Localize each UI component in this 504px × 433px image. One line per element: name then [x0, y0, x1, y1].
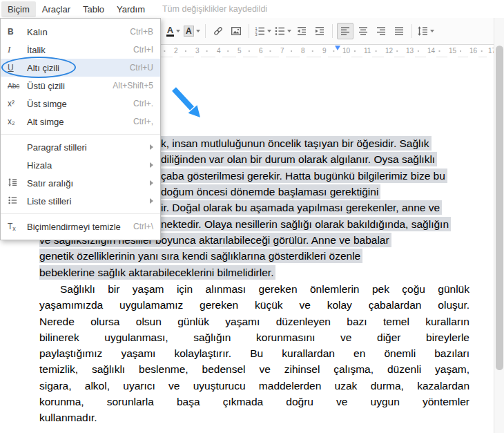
menu-item-kalin[interactable]: B Kalın Ctrl+B: [1, 23, 160, 41]
ruler-number: 15: [447, 45, 458, 57]
svg-text:3: 3: [255, 32, 257, 37]
justify-button[interactable]: [391, 23, 407, 39]
submenu-arrow-icon: [150, 162, 153, 168]
menu-item-liste-stilleri[interactable]: Liste stilleri: [1, 192, 160, 210]
justify-icon: [394, 26, 405, 37]
bulleted-list-icon: [274, 26, 285, 37]
ruler-number: 5: [236, 45, 243, 57]
ruler-number: 14: [426, 45, 436, 57]
toolbar-separator: [205, 24, 206, 38]
ruler-number: 16: [468, 45, 478, 57]
line-spacing-icon: [8, 177, 27, 189]
menu-item-label: Üstü çizili: [27, 81, 113, 91]
paragraph: Sağlıklı bir yaşam için alınması gereken…: [39, 281, 469, 426]
ruler-number: 7: [279, 45, 286, 57]
insert-link-button[interactable]: [210, 23, 226, 39]
doc-line: temizlik, sağlıklı beslenme, bedensel ve…: [39, 361, 469, 377]
save-status: Tüm değişiklikler kaydedildi: [162, 4, 267, 14]
menu-shortcut: Ctrl+U: [130, 63, 153, 73]
chevron-down-icon: [430, 30, 434, 32]
menu-item-label: Satır aralığı: [27, 178, 150, 189]
decrease-indent-button[interactable]: [293, 23, 310, 39]
align-center-icon: [358, 26, 369, 37]
scrollbar-thumb[interactable]: [496, 46, 503, 370]
doc-line: yaşamımızda uygulamamız gereken küçük ve…: [39, 297, 469, 313]
numbered-list-button[interactable]: 123: [253, 23, 272, 39]
menu-item-ustu-cizili[interactable]: Abc Üstü çizili Alt+Shift+5: [1, 77, 160, 95]
format-menu-dropdown: B Kalın Ctrl+B I İtalik Ctrl+I U Altı çi…: [0, 18, 161, 240]
vertical-scrollbar[interactable]: [494, 18, 504, 433]
ellipse-annotation: [1, 57, 76, 78]
doc-line: sigara, alkol, uyarıcı ve uyuşturucu mad…: [39, 378, 469, 394]
menu-item-label: Kalın: [27, 27, 130, 37]
menu-item-bicimlendirmeyi-temizle[interactable]: Tx Biçimlendirmeyi temizle Ctrl+\: [1, 218, 160, 235]
text-color-button[interactable]: A: [165, 23, 182, 39]
superscript-icon: x²: [8, 99, 27, 108]
chevron-down-icon: [267, 30, 271, 32]
submenu-arrow-icon: [150, 198, 153, 204]
toolbar-separator: [411, 24, 412, 38]
menu-item-label: Liste stilleri: [27, 196, 150, 206]
align-left-button[interactable]: [337, 23, 353, 39]
clear-formatting-icon: Tx: [8, 222, 27, 232]
align-right-button[interactable]: [373, 23, 389, 39]
link-icon: [213, 26, 224, 37]
align-right-icon: [376, 26, 387, 37]
menu-item-alt-simge[interactable]: x₂ Alt simge Ctrl+,: [1, 113, 160, 131]
italic-icon: I: [8, 44, 27, 55]
menu-shortcut: Ctrl+B: [130, 27, 153, 37]
menu-shortcut: Ctrl+I: [133, 45, 153, 55]
ruler-number: 8: [300, 45, 307, 57]
numbered-list-icon: 123: [254, 26, 265, 37]
menu-item-label: Biçimlendirmeyi temizle: [27, 222, 133, 232]
image-icon: [231, 26, 242, 37]
menu-item-paragraf-stilleri[interactable]: Paragraf stilleri: [1, 138, 160, 156]
doc-line: bilinerek uygulanması, sağlığın korunmas…: [39, 329, 469, 345]
menu-item-hizala[interactable]: Hizala: [1, 156, 160, 174]
menubar: Biçim Araçlar Tablo Yardım Tüm değişikli…: [0, 0, 504, 18]
highlight-color-icon: A: [184, 26, 194, 37]
ruler-number: 11: [362, 45, 372, 57]
doc-line: diliğinden var olan bir durum olarak alg…: [161, 151, 437, 167]
ruler-number: 4: [215, 45, 222, 57]
chevron-down-icon: [287, 30, 291, 32]
align-center-button[interactable]: [355, 23, 371, 39]
line-spacing-icon: [417, 26, 428, 37]
menu-araclar[interactable]: Araçlar: [36, 1, 77, 17]
menu-separator: [1, 213, 160, 214]
ruler-indent-marker[interactable]: [335, 46, 340, 50]
ruler-number: 12: [384, 45, 394, 57]
bulleted-list-button[interactable]: [273, 23, 292, 39]
doc-line: ir. Doğal olarak bu aşamada yapılması ge…: [161, 200, 442, 215]
menu-item-label: Alt simge: [27, 117, 133, 127]
menu-item-label: Hizala: [27, 160, 150, 171]
ruler-number: 3: [194, 45, 201, 57]
ruler-number: 10: [341, 45, 351, 57]
increase-indent-button[interactable]: [311, 23, 328, 39]
submenu-arrow-icon: [150, 180, 153, 186]
menu-tablo[interactable]: Tablo: [77, 1, 110, 17]
menu-item-satir-araligi[interactable]: Satır aralığı: [1, 174, 160, 192]
bold-icon: B: [8, 27, 27, 37]
menu-item-italik[interactable]: I İtalik Ctrl+I: [1, 41, 160, 59]
doc-line: genetik özelliklerinin yanı sıra kendi s…: [39, 248, 362, 264]
menu-bicim[interactable]: Biçim: [1, 1, 36, 17]
doc-line: k, insan mutluluğunun öncelik taşıyan bi…: [161, 135, 432, 151]
menu-yardim[interactable]: Yardım: [110, 1, 151, 17]
line-spacing-button[interactable]: [416, 23, 435, 39]
chevron-down-icon: [176, 30, 180, 32]
text-color-icon: A: [166, 26, 174, 37]
google-docs-app: Biçim Araçlar Tablo Yardım Tüm değişikli…: [0, 0, 504, 433]
arrow-annotation: [170, 86, 206, 123]
toolbar-separator: [249, 24, 249, 38]
menu-shortcut: Ctrl+\: [133, 222, 153, 231]
ruler-number: 6: [258, 45, 264, 57]
list-styles-icon: [8, 195, 27, 207]
menu-item-ust-simge[interactable]: x² Üst simge Ctrl+.: [1, 95, 160, 113]
doc-line: Sağlıklı bir yaşam için alınması gereken…: [39, 281, 469, 297]
menu-item-label: İtalik: [27, 45, 133, 55]
insert-image-button[interactable]: [228, 23, 244, 39]
doc-line: çaba gösterilmesi gerekir. Hatta bugünkü…: [161, 168, 447, 184]
highlight-color-button[interactable]: A: [183, 23, 201, 39]
menu-shortcut: Ctrl+,: [133, 117, 153, 126]
